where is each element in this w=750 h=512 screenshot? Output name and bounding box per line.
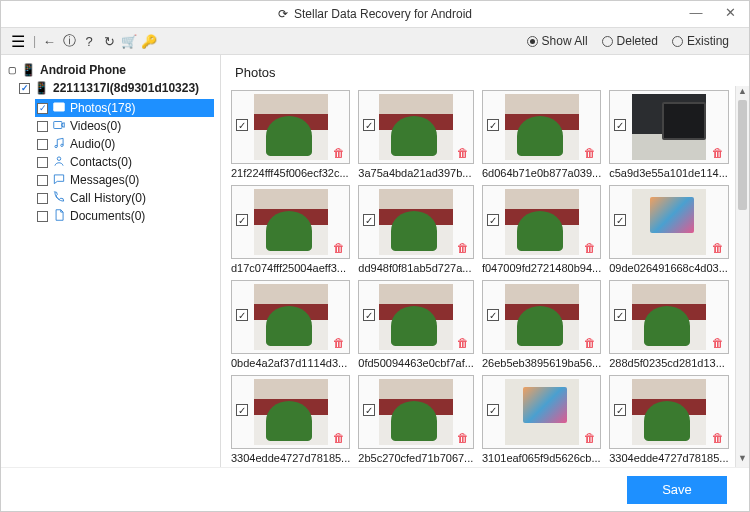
photo-item[interactable]: 🗑d17c074fff25004aeff3... (231, 185, 350, 274)
select-checkbox[interactable] (487, 404, 499, 416)
trash-icon[interactable]: 🗑 (584, 146, 596, 160)
checkbox[interactable] (19, 83, 30, 94)
filter-show-all[interactable]: Show All (527, 34, 588, 48)
sidebar-item-docs[interactable]: Documents(0) (35, 207, 214, 225)
thumbnail[interactable]: 🗑 (482, 185, 601, 259)
thumbnail[interactable]: 🗑 (358, 280, 474, 354)
select-checkbox[interactable] (236, 119, 248, 131)
select-checkbox[interactable] (363, 309, 375, 321)
checkbox[interactable] (37, 211, 48, 222)
thumbnail[interactable]: 🗑 (482, 90, 601, 164)
thumbnail[interactable]: 🗑 (231, 375, 350, 449)
sidebar-item-calls[interactable]: Call History(0) (35, 189, 214, 207)
scroll-down-icon[interactable]: ▼ (736, 453, 749, 467)
photo-item[interactable]: 🗑f047009fd2721480b94... (482, 185, 601, 274)
thumbnail[interactable]: 🗑 (609, 185, 728, 259)
select-checkbox[interactable] (487, 214, 499, 226)
sidebar-item-audio[interactable]: Audio(0) (35, 135, 214, 153)
photo-item[interactable]: 🗑c5a9d3e55a101de114... (609, 90, 728, 179)
trash-icon[interactable]: 🗑 (457, 336, 469, 350)
trash-icon[interactable]: 🗑 (333, 146, 345, 160)
trash-icon[interactable]: 🗑 (457, 241, 469, 255)
tree-root[interactable]: ▢ 📱 Android Phone (7, 63, 214, 77)
select-checkbox[interactable] (236, 309, 248, 321)
cart-icon[interactable]: 🛒 (120, 32, 138, 50)
select-checkbox[interactable] (487, 309, 499, 321)
trash-icon[interactable]: 🗑 (584, 241, 596, 255)
tree-device[interactable]: 📱 22111317I(8d9301d10323) (19, 81, 214, 95)
back-icon[interactable]: ⟳ (278, 7, 288, 21)
thumbnail[interactable]: 🗑 (482, 375, 601, 449)
select-checkbox[interactable] (614, 309, 626, 321)
nav-back-icon[interactable]: ← (40, 32, 58, 50)
close-button[interactable]: ✕ (715, 1, 745, 23)
photo-item[interactable]: 🗑09de026491668c4d03... (609, 185, 728, 274)
photo-item[interactable]: 🗑3a75a4bda21ad397b... (358, 90, 474, 179)
trash-icon[interactable]: 🗑 (584, 336, 596, 350)
trash-icon[interactable]: 🗑 (333, 241, 345, 255)
trash-icon[interactable]: 🗑 (333, 336, 345, 350)
photo-item[interactable]: 🗑2b5c270cfed71b7067... (358, 375, 474, 464)
filter-existing[interactable]: Existing (672, 34, 729, 48)
trash-icon[interactable]: 🗑 (457, 431, 469, 445)
checkbox[interactable] (37, 175, 48, 186)
sidebar-item-messages[interactable]: Messages(0) (35, 171, 214, 189)
checkbox[interactable] (37, 103, 48, 114)
menu-icon[interactable]: ☰ (7, 32, 29, 51)
thumbnail[interactable]: 🗑 (358, 185, 474, 259)
sidebar-item-videos[interactable]: Videos(0) (35, 117, 214, 135)
refresh-icon[interactable]: ↻ (100, 32, 118, 50)
select-checkbox[interactable] (487, 119, 499, 131)
save-button[interactable]: Save (627, 476, 727, 504)
select-checkbox[interactable] (614, 214, 626, 226)
photo-item[interactable]: 🗑3304edde4727d78185... (609, 375, 728, 464)
filter-deleted[interactable]: Deleted (602, 34, 658, 48)
trash-icon[interactable]: 🗑 (712, 146, 724, 160)
photo-item[interactable]: 🗑6d064b71e0b877a039... (482, 90, 601, 179)
sidebar-item-photos[interactable]: Photos(178) (35, 99, 214, 117)
trash-icon[interactable]: 🗑 (333, 431, 345, 445)
thumbnail[interactable]: 🗑 (358, 90, 474, 164)
trash-icon[interactable]: 🗑 (712, 336, 724, 350)
help-icon[interactable]: ? (80, 32, 98, 50)
photo-item[interactable]: 🗑3304edde4727d78185... (231, 375, 350, 464)
select-checkbox[interactable] (236, 214, 248, 226)
key-icon[interactable]: 🔑 (140, 32, 158, 50)
checkbox[interactable] (37, 157, 48, 168)
scrollbar[interactable]: ▲ ▼ (735, 86, 749, 467)
select-checkbox[interactable] (363, 404, 375, 416)
thumbnail[interactable]: 🗑 (231, 280, 350, 354)
sidebar-item-contacts[interactable]: Contacts(0) (35, 153, 214, 171)
trash-icon[interactable]: 🗑 (712, 241, 724, 255)
scroll-thumb[interactable] (738, 100, 747, 210)
select-checkbox[interactable] (614, 119, 626, 131)
minimize-button[interactable]: — (681, 1, 711, 23)
scroll-up-icon[interactable]: ▲ (736, 86, 749, 100)
trash-icon[interactable]: 🗑 (712, 431, 724, 445)
checkbox[interactable] (37, 193, 48, 204)
expander-icon[interactable]: ▢ (7, 65, 17, 75)
select-checkbox[interactable] (363, 119, 375, 131)
photo-item[interactable]: 🗑288d5f0235cd281d13... (609, 280, 728, 369)
thumbnail[interactable]: 🗑 (609, 280, 728, 354)
thumbnail[interactable]: 🗑 (609, 90, 728, 164)
thumbnail[interactable]: 🗑 (231, 90, 350, 164)
trash-icon[interactable]: 🗑 (457, 146, 469, 160)
photo-item[interactable]: 🗑26eb5eb3895619ba56... (482, 280, 601, 369)
photo-item[interactable]: 🗑3101eaf065f9d5626cb... (482, 375, 601, 464)
thumbnail[interactable]: 🗑 (482, 280, 601, 354)
photo-item[interactable]: 🗑0bde4a2af37d1114d3... (231, 280, 350, 369)
thumbnail[interactable]: 🗑 (358, 375, 474, 449)
thumbnail[interactable]: 🗑 (609, 375, 728, 449)
thumbnail[interactable]: 🗑 (231, 185, 350, 259)
select-checkbox[interactable] (614, 404, 626, 416)
select-checkbox[interactable] (236, 404, 248, 416)
checkbox[interactable] (37, 121, 48, 132)
photo-item[interactable]: 🗑21f224fff45f006ecf32c... (231, 90, 350, 179)
trash-icon[interactable]: 🗑 (584, 431, 596, 445)
photo-item[interactable]: 🗑0fd50094463e0cbf7af... (358, 280, 474, 369)
checkbox[interactable] (37, 139, 48, 150)
info-icon[interactable]: ⓘ (60, 32, 78, 50)
photo-item[interactable]: 🗑dd948f0f81ab5d727a... (358, 185, 474, 274)
select-checkbox[interactable] (363, 214, 375, 226)
